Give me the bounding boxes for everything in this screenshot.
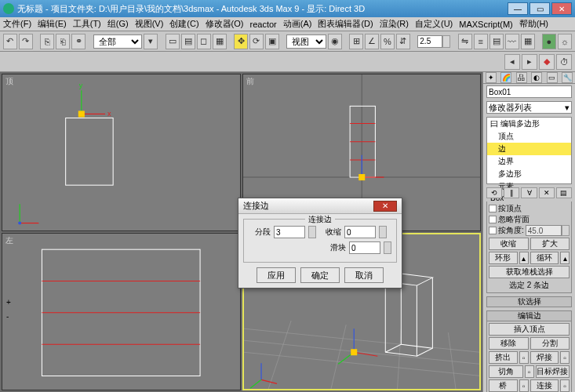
show-end-button[interactable]: ‖ xyxy=(504,187,519,198)
rotate-button[interactable]: ⟳ xyxy=(249,34,264,49)
stack-vertex[interactable]: 顶点 xyxy=(487,130,571,143)
editedges-header[interactable]: -编辑边 xyxy=(486,310,572,321)
remove-button[interactable]: 移除 xyxy=(489,337,529,350)
angle-snap-toggle[interactable]: ∠ xyxy=(365,34,379,49)
render-scene-button[interactable]: ☼ xyxy=(558,34,572,49)
dialog-titlebar[interactable]: 连接边 ✕ xyxy=(238,198,402,214)
next-key-button[interactable]: ▸ xyxy=(522,54,537,70)
weld-settings[interactable]: ▫ xyxy=(560,351,570,364)
apply-button[interactable]: 应用 xyxy=(257,267,296,283)
create-tab-icon[interactable]: ✦ xyxy=(486,72,497,83)
display-tab-icon[interactable]: ▭ xyxy=(547,72,558,83)
weld-button[interactable]: 焊接 xyxy=(530,351,559,364)
menu-group[interactable]: 组(G) xyxy=(107,18,129,30)
modify-tab-icon[interactable]: 🌈 xyxy=(500,72,511,83)
unlink-button[interactable]: ⎗ xyxy=(56,34,70,49)
spinner-snap-toggle[interactable]: ⇵ xyxy=(396,34,410,49)
split-button[interactable]: 分割 xyxy=(530,337,570,350)
time-config-button[interactable]: ⏱ xyxy=(556,54,572,70)
utilities-tab-icon[interactable]: 🔧 xyxy=(562,72,573,83)
menu-views[interactable]: 视图(V) xyxy=(135,18,164,30)
filter-button[interactable]: ▾ xyxy=(144,34,158,49)
slide-spinner[interactable] xyxy=(384,241,391,254)
targetweld-button[interactable]: 目标焊接 xyxy=(536,365,570,378)
ignoreback-checkbox[interactable] xyxy=(489,216,497,223)
percent-snap-toggle[interactable]: % xyxy=(380,34,395,49)
connect-button[interactable]: 连接 xyxy=(530,379,559,392)
shrink-button[interactable]: 收缩 xyxy=(489,238,529,250)
select-region-button[interactable]: ◻ xyxy=(197,34,211,49)
window-crossing-button[interactable]: ▦ xyxy=(213,34,227,49)
byangle-input[interactable] xyxy=(526,225,562,236)
select-button[interactable]: ▭ xyxy=(166,34,180,49)
move-button[interactable]: ✥ xyxy=(234,34,248,49)
modifier-stack[interactable]: 曰 编辑多边形 顶点 边 边界 多边形 元素 Box xyxy=(486,117,572,184)
byvertex-checkbox[interactable] xyxy=(489,205,497,212)
unique-button[interactable]: ∀ xyxy=(521,187,537,198)
remove-mod-button[interactable]: ✕ xyxy=(539,187,555,198)
ref-coord-dropdown[interactable]: 视图 xyxy=(286,34,326,49)
bind-button[interactable]: ⚭ xyxy=(71,34,86,49)
spinner-value[interactable] xyxy=(417,35,450,48)
menu-help[interactable]: 帮助(H) xyxy=(519,18,548,30)
viewport-left[interactable]: 左 xyxy=(2,233,241,390)
pivot-button[interactable]: ◉ xyxy=(328,34,342,49)
segments-input[interactable] xyxy=(274,226,305,238)
mirror-button[interactable]: ⇋ xyxy=(458,34,472,49)
menu-tools[interactable]: 工具(T) xyxy=(73,18,101,30)
menu-edit[interactable]: 编辑(E) xyxy=(38,18,67,30)
getstack-button[interactable]: 获取堆栈选择 xyxy=(489,266,570,278)
menu-render[interactable]: 渲染(R) xyxy=(380,18,409,30)
curve-editor-button[interactable]: 〰 xyxy=(505,34,519,49)
chamfer-button[interactable]: 切角 xyxy=(489,365,523,378)
modifier-list-dropdown[interactable]: 修改器列表▾ xyxy=(486,101,572,114)
cancel-button[interactable]: 取消 xyxy=(344,267,384,283)
object-name-input[interactable] xyxy=(486,85,572,98)
slide-input[interactable] xyxy=(349,241,380,254)
hierarchy-tab-icon[interactable]: 品 xyxy=(516,72,527,83)
bridge-settings[interactable]: ▫ xyxy=(519,379,529,392)
schematic-button[interactable]: ▦ xyxy=(521,34,535,49)
motion-tab-icon[interactable]: ◐ xyxy=(531,72,542,83)
menu-animation[interactable]: 动画(A) xyxy=(283,18,312,30)
config-button[interactable]: ▤ xyxy=(556,187,572,198)
segments-spinner[interactable] xyxy=(308,226,316,238)
extrude-button[interactable]: 挤出 xyxy=(489,351,518,364)
maximize-button[interactable]: ▭ xyxy=(530,2,550,15)
ring-button[interactable]: 环形 xyxy=(489,252,518,264)
stack-edge[interactable]: 边 xyxy=(487,143,571,155)
menu-modifiers[interactable]: 修改器(O) xyxy=(206,18,244,30)
dialog-close-button[interactable]: ✕ xyxy=(373,201,397,212)
stack-polygon[interactable]: 多边形 xyxy=(487,168,571,180)
chamfer-settings[interactable]: ▫ xyxy=(525,365,534,378)
selection-set-dropdown[interactable]: 全部 xyxy=(93,34,143,49)
scale-button[interactable]: ▣ xyxy=(265,34,279,49)
layers-button[interactable]: ▤ xyxy=(489,34,504,49)
align-button[interactable]: ≡ xyxy=(474,34,488,49)
menu-file[interactable]: 文件(F) xyxy=(3,18,31,30)
grow-button[interactable]: 扩大 xyxy=(530,238,570,250)
loop-spinner[interactable]: ▴ xyxy=(560,252,570,264)
material-editor-button[interactable]: ● xyxy=(542,34,556,49)
stack-root[interactable]: 曰 编辑多边形 xyxy=(487,118,571,130)
link-button[interactable]: ⎘ xyxy=(40,34,54,49)
close-button[interactable]: ✕ xyxy=(551,2,572,15)
loop-button[interactable]: 循环 xyxy=(530,252,559,264)
bridge-button[interactable]: 桥 xyxy=(489,379,518,392)
key-mode-button[interactable]: ◆ xyxy=(539,54,555,70)
minimize-button[interactable]: — xyxy=(508,2,528,15)
ring-spinner[interactable]: ▴ xyxy=(519,252,529,264)
pin-stack-button[interactable]: ⟲ xyxy=(486,187,502,198)
pinch-spinner[interactable] xyxy=(379,226,387,238)
pinch-input[interactable] xyxy=(344,226,376,238)
insertvertex-button[interactable]: 插入顶点 xyxy=(489,323,570,336)
redo-button[interactable]: ↷ xyxy=(19,34,33,49)
byangle-checkbox[interactable] xyxy=(489,227,497,234)
ok-button[interactable]: 确定 xyxy=(300,267,340,283)
undo-button[interactable]: ↶ xyxy=(3,34,17,49)
menu-maxscript[interactable]: MAXScript(M) xyxy=(459,20,512,29)
extrude-settings[interactable]: ▫ xyxy=(519,351,529,364)
connect-settings[interactable]: ▫ xyxy=(560,379,570,392)
snap-toggle[interactable]: ⊞ xyxy=(349,34,363,49)
menu-custom[interactable]: 自定义(U) xyxy=(415,18,453,30)
